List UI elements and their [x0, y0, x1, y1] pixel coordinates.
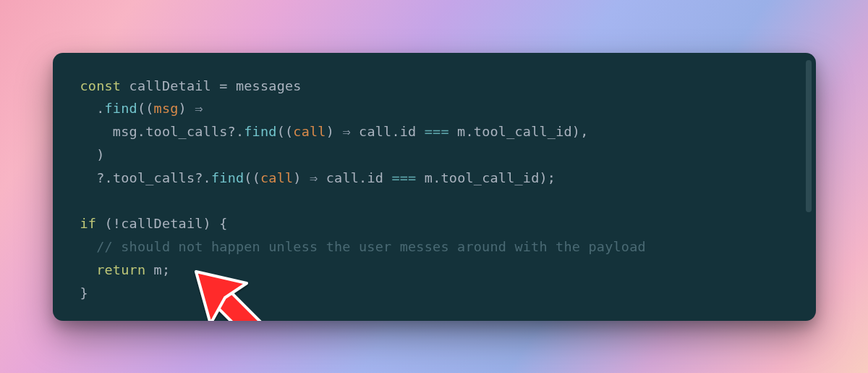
punct: ): [179, 101, 195, 116]
param-msg: msg: [154, 101, 179, 116]
indent: [80, 262, 97, 277]
punct: ((: [137, 101, 154, 116]
ident: (!callDetail) {: [96, 216, 227, 231]
punct: ): [80, 147, 105, 162]
ident: m.tool_call_id),: [449, 124, 589, 139]
op-strict-eq: ===: [391, 170, 416, 185]
ident: call.id: [351, 124, 425, 139]
op-strict-eq: ===: [425, 124, 449, 139]
brace-close: }: [80, 285, 88, 301]
ident: m;: [145, 262, 170, 277]
param-call: call: [293, 124, 326, 139]
method-find: find: [211, 170, 244, 185]
punct: ((: [244, 170, 260, 185]
keyword-if: if: [80, 216, 97, 231]
punct: ): [326, 124, 343, 139]
method-find: find: [244, 124, 276, 139]
arrow-fn: ⇒: [342, 124, 350, 139]
keyword-const: const: [80, 78, 122, 93]
ident: msg.tool_calls: [113, 124, 228, 139]
arrow-fn: ⇒: [310, 170, 318, 185]
ident: call.id: [318, 170, 391, 185]
ident: tool_calls: [113, 170, 195, 185]
code-snippet-card: const callDetail = messages .find((msg) …: [53, 53, 816, 321]
indent: [80, 239, 97, 254]
param-call: call: [260, 170, 293, 185]
optional-chain: ?.: [96, 170, 113, 185]
indent: [80, 170, 97, 185]
keyword-return: return: [96, 262, 145, 277]
ident: messages: [228, 78, 302, 93]
punct: .: [80, 101, 105, 116]
indent: [80, 124, 113, 139]
ident: m.tool_call_id);: [416, 170, 556, 185]
method-find: find: [105, 101, 137, 116]
ident: callDetail: [121, 78, 219, 93]
optional-chain: ?.: [228, 124, 244, 139]
optional-chain: ?.: [195, 170, 211, 185]
code-block: const callDetail = messages .find((msg) …: [80, 75, 794, 305]
op-assign: =: [219, 78, 227, 93]
comment-line: // should not happen unless the user mes…: [96, 239, 646, 254]
scrollbar[interactable]: [806, 60, 812, 212]
arrow-fn: ⇒: [195, 101, 203, 116]
punct: ): [293, 170, 310, 185]
punct: ((: [277, 124, 294, 139]
